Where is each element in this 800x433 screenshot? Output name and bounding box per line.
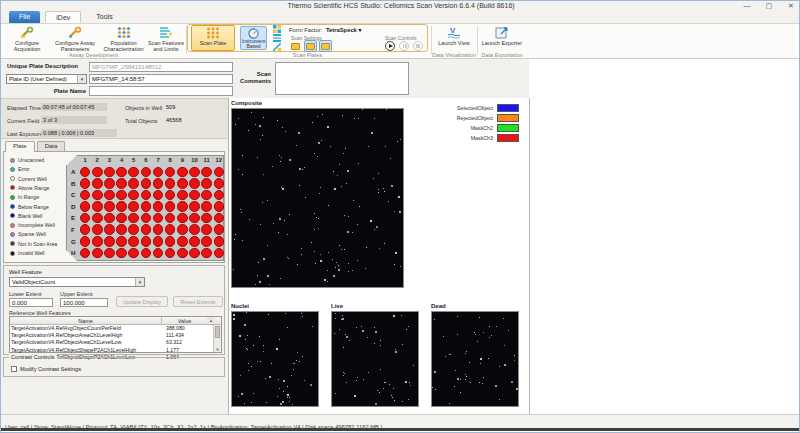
- well-D9[interactable]: [177, 201, 188, 212]
- well-A8[interactable]: [165, 167, 176, 178]
- well-feature-dropdown[interactable]: ValidObjectCount ▾: [9, 277, 145, 287]
- well-D7[interactable]: [153, 201, 164, 212]
- well-D3[interactable]: [104, 201, 115, 212]
- well-E11[interactable]: [201, 213, 212, 224]
- scan-settings-button-2[interactable]: [304, 40, 317, 52]
- scan-settings-button-1[interactable]: [289, 40, 302, 52]
- scan-settings-button-3[interactable]: [319, 40, 332, 52]
- well-E6[interactable]: [141, 213, 152, 224]
- form-factor-dropdown[interactable]: TetraSpeck ▾: [326, 27, 361, 33]
- well-D6[interactable]: [141, 201, 152, 212]
- well-H7[interactable]: [153, 248, 164, 259]
- well-A1[interactable]: [80, 167, 91, 178]
- column-header-value[interactable]: Value: [162, 317, 207, 324]
- well-B5[interactable]: [128, 178, 139, 189]
- well-A10[interactable]: [189, 167, 200, 178]
- configure-assay-parameters-button[interactable]: Configure Assay Parameters: [50, 25, 100, 51]
- well-F11[interactable]: [201, 224, 212, 235]
- maximize-icon[interactable]: ▢: [763, 1, 775, 11]
- well-F8[interactable]: [165, 224, 176, 235]
- well-F1[interactable]: [80, 224, 91, 235]
- well-E1[interactable]: [80, 213, 91, 224]
- well-B1[interactable]: [80, 178, 91, 189]
- well-G5[interactable]: [128, 236, 139, 247]
- lower-extent-input[interactable]: 0.000: [9, 298, 53, 307]
- plate-id-input[interactable]: MFGTMP_14:58:57: [89, 74, 233, 84]
- tab-plate[interactable]: Plate: [5, 141, 35, 152]
- scan-start-button[interactable]: [385, 41, 395, 51]
- nuclei-image[interactable]: [231, 311, 319, 407]
- well-H5[interactable]: [128, 248, 139, 259]
- scan-features-limits-button[interactable]: Scan Features and Limits: [147, 25, 185, 51]
- table-row[interactable]: TargetActivationV4.RefObjectAreaCh1Level…: [10, 339, 221, 346]
- mini-grid-icon[interactable]: [273, 25, 281, 33]
- configure-acquisition-button[interactable]: Configure Acquisition: [5, 25, 49, 51]
- well-A2[interactable]: [92, 167, 103, 178]
- scroll-up-icon[interactable]: ▲: [207, 317, 215, 324]
- well-F3[interactable]: [104, 224, 115, 235]
- well-B11[interactable]: [201, 178, 212, 189]
- well-H12[interactable]: [214, 248, 225, 259]
- well-B4[interactable]: [116, 178, 127, 189]
- well-C6[interactable]: [141, 190, 152, 201]
- well-D4[interactable]: [116, 201, 127, 212]
- well-D2[interactable]: [92, 201, 103, 212]
- launch-view-button[interactable]: V Launch View: [433, 25, 475, 51]
- scan-comments-textarea[interactable]: [275, 62, 409, 95]
- well-H10[interactable]: [189, 248, 200, 259]
- well-A5[interactable]: [128, 167, 139, 178]
- well-G7[interactable]: [153, 236, 164, 247]
- chevron-down-icon[interactable]: ▾: [135, 278, 144, 286]
- well-B6[interactable]: [141, 178, 152, 189]
- well-A6[interactable]: [141, 167, 152, 178]
- well-E8[interactable]: [165, 213, 176, 224]
- well-C12[interactable]: [214, 190, 225, 201]
- well-C2[interactable]: [92, 190, 103, 201]
- well-B8[interactable]: [165, 178, 176, 189]
- well-G9[interactable]: [177, 236, 188, 247]
- table-row[interactable]: TargetActivationV4.RefObjectAreaCh1Level…: [10, 332, 221, 339]
- well-A4[interactable]: [116, 167, 127, 178]
- well-G4[interactable]: [116, 236, 127, 247]
- well-A12[interactable]: [214, 167, 225, 178]
- well-F7[interactable]: [153, 224, 164, 235]
- well-G3[interactable]: [104, 236, 115, 247]
- well-E4[interactable]: [116, 213, 127, 224]
- live-image[interactable]: [331, 311, 419, 407]
- well-F10[interactable]: [189, 224, 200, 235]
- well-H2[interactable]: [92, 248, 103, 259]
- well-E3[interactable]: [104, 213, 115, 224]
- well-B2[interactable]: [92, 178, 103, 189]
- well-C9[interactable]: [177, 190, 188, 201]
- modify-contrast-checkbox[interactable]: [11, 366, 17, 372]
- well-F9[interactable]: [177, 224, 188, 235]
- well-F2[interactable]: [92, 224, 103, 235]
- well-D8[interactable]: [165, 201, 176, 212]
- well-F5[interactable]: [128, 224, 139, 235]
- well-E7[interactable]: [153, 213, 164, 224]
- well-G10[interactable]: [189, 236, 200, 247]
- instrument-based-button[interactable]: Instrument Based: [240, 26, 267, 50]
- dead-image[interactable]: [431, 311, 519, 407]
- well-C3[interactable]: [104, 190, 115, 201]
- well-C8[interactable]: [165, 190, 176, 201]
- well-D1[interactable]: [80, 201, 91, 212]
- well-E9[interactable]: [177, 213, 188, 224]
- scroll-down-icon[interactable]: ▼: [214, 347, 221, 352]
- table-row[interactable]: TargetActivationV4.RefObjectShapeP2ACh1L…: [10, 347, 221, 354]
- scan-stop-button[interactable]: [413, 41, 423, 51]
- population-characterization-button[interactable]: Population Characterization: [101, 25, 146, 51]
- well-H11[interactable]: [201, 248, 212, 259]
- well-C1[interactable]: [80, 190, 91, 201]
- plate-name-input[interactable]: [89, 86, 233, 96]
- table-row[interactable]: TargetActivationV4.RefAvgObjectCountPerF…: [10, 325, 221, 332]
- minimize-icon[interactable]: —: [741, 1, 753, 11]
- ribbon-tab-idev[interactable]: iDev: [45, 11, 81, 23]
- well-G12[interactable]: [214, 236, 225, 247]
- plate-id-dropdown[interactable]: Plate ID (User Defined) ▾: [6, 74, 87, 84]
- upper-extent-input[interactable]: 100.000: [60, 298, 108, 307]
- ribbon-tab-tools[interactable]: Tools: [86, 11, 122, 23]
- column-header-name[interactable]: Name: [10, 317, 162, 324]
- well-C4[interactable]: [116, 190, 127, 201]
- well-B7[interactable]: [153, 178, 164, 189]
